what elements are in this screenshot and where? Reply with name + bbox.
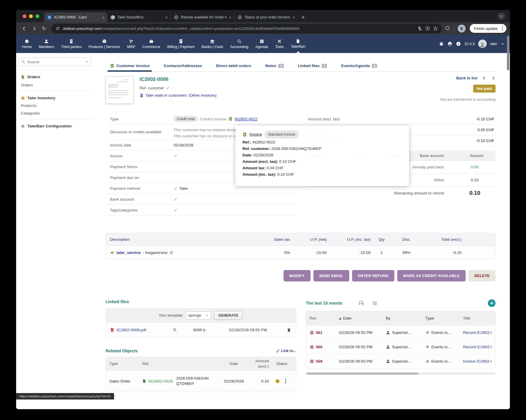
browser-tab-taler-backoffice[interactable]: Taler Backoffice: × (107, 12, 171, 22)
browser-menu-icon[interactable] (500, 26, 505, 30)
window-scrollbar-thumb[interactable] (507, 36, 509, 70)
sidebar-item-categories[interactable]: Categories (18, 111, 91, 115)
corrected-invoice-link[interactable]: IN2602-0022 (235, 117, 257, 121)
menu-billing-payment[interactable]: Billing | Payment (164, 35, 198, 53)
menu-talerbarr[interactable]: TalerBarr (287, 35, 309, 53)
event-user[interactable]: SuperAd... (392, 345, 411, 349)
info-icon[interactable] (169, 251, 173, 255)
event-user[interactable]: SuperAd... (392, 330, 411, 335)
new-tab-button[interactable]: + (301, 14, 305, 21)
menu-agenda[interactable]: Agenda (252, 35, 272, 53)
close-tab-icon[interactable]: × (229, 15, 231, 20)
list-view-icon[interactable] (372, 301, 378, 306)
event-ref-link[interactable]: 561 (316, 330, 323, 335)
maximize-window-button[interactable] (35, 14, 39, 18)
back-to-list-link[interactable]: Back to list (456, 76, 477, 80)
forward-button[interactable] (30, 24, 38, 33)
row-menu-icon[interactable] (284, 379, 288, 383)
bug-report-icon[interactable] (439, 41, 444, 46)
trash-icon[interactable] (287, 328, 291, 332)
tab-events-agenda[interactable]: Events/Agenda3 (341, 61, 377, 71)
next-record-icon[interactable] (491, 76, 496, 80)
column-header[interactable]: Ref. (310, 316, 339, 320)
tab-customer-invoice[interactable]: Customer invoice (110, 61, 150, 71)
sidebar-section-taler-inventory[interactable]: Taler Inventory (18, 96, 91, 100)
close-tab-icon[interactable]: × (292, 15, 295, 20)
address-bar[interactable]: dolibarr.potuzhnyi.com/compta/facture/ca… (51, 24, 442, 33)
product-link[interactable]: taler_service (116, 250, 141, 255)
chevron-down-icon[interactable] (85, 60, 89, 64)
site-settings-icon[interactable] (55, 26, 60, 31)
menu-banks-cash[interactable]: Banks | Cash (198, 35, 227, 53)
pencil-icon[interactable] (174, 187, 177, 190)
finish-update-button[interactable]: Finish update (470, 24, 506, 33)
invoice-pdf-thumbnail[interactable] (106, 76, 133, 104)
sidebar-section-orders[interactable]: Orders (18, 75, 91, 79)
bookmark-star-icon[interactable] (433, 26, 438, 31)
tab-direct-debit-orders[interactable]: Direct debit orders (216, 61, 251, 71)
column-header[interactable]: Title (463, 316, 492, 320)
column-header[interactable]: By (386, 316, 425, 320)
event-title-link[interactable]: Record IC2602-0006 modifie (463, 345, 492, 349)
add-event-button[interactable]: + (488, 299, 496, 307)
events-horizontal-scrollbar[interactable] (306, 372, 496, 375)
close-tab-icon[interactable]: × (102, 15, 104, 20)
browser-tab-refund-available[interactable]: Refund available for Order to × (171, 12, 234, 22)
event-ref-link[interactable]: 559 (316, 359, 323, 363)
chat-icon[interactable] (358, 300, 364, 306)
pencil-icon[interactable] (174, 154, 177, 158)
tooltip-invoice-link[interactable]: Invoice (250, 131, 262, 138)
mic-off-icon[interactable] (417, 26, 422, 31)
tab-contacts-addresses[interactable]: Contacts/Addresses (164, 61, 202, 71)
extensions-puzzle-icon[interactable] (445, 26, 450, 31)
chevron-down-icon[interactable] (501, 42, 505, 46)
print-icon[interactable] (447, 41, 452, 46)
event-title-link[interactable]: Invoice IC2602-0006 validate (463, 359, 492, 363)
tab-search-button[interactable] (498, 12, 505, 20)
send-email-button[interactable]: SEND EMAIL (313, 270, 349, 281)
file-name-link[interactable]: IC2602-0006.pdf (117, 328, 146, 332)
mark-credit-available-button[interactable]: MARK AS CREDIT AVAILABLE (397, 270, 466, 281)
menu-accounting[interactable]: Accounting (227, 35, 252, 53)
profile-avatar[interactable]: B (458, 25, 466, 33)
sales-order-link[interactable]: SO2602-0026 (148, 379, 173, 383)
link-to-link[interactable]: Link to... (276, 349, 296, 353)
menu-tools[interactable]: Tools (272, 35, 287, 53)
menu-members[interactable]: Members (35, 35, 57, 53)
sidebar-section-talerbarr-config[interactable]: TalerBarr Configuration (18, 124, 91, 128)
other-invoices-link[interactable]: (Other invoices) (189, 93, 216, 98)
user-avatar[interactable] (478, 40, 487, 48)
minimize-window-button[interactable] (29, 14, 33, 18)
menu-products-services[interactable]: Products | Services (85, 35, 123, 53)
sidebar-item-orders[interactable]: Orders (18, 83, 91, 87)
back-button[interactable] (20, 24, 28, 33)
previous-record-icon[interactable] (482, 76, 486, 80)
pencil-icon[interactable] (166, 86, 170, 90)
enter-refund-button[interactable]: ENTER REFUND (352, 270, 394, 281)
close-window-button[interactable] (23, 14, 26, 18)
generate-button[interactable]: GENERATE (214, 311, 242, 320)
search-input[interactable] (27, 60, 83, 64)
menu-home[interactable]: Home (18, 35, 35, 53)
event-ref-link[interactable]: 560 (316, 345, 323, 349)
menu-mrp[interactable]: MRP (123, 35, 139, 53)
menu-commerce[interactable]: Commerce (139, 35, 164, 53)
company-link[interactable]: Taler walk-in customers (145, 93, 187, 98)
reload-button[interactable]: ↻ (40, 24, 48, 33)
scrollbar-thumb[interactable] (306, 373, 418, 375)
event-title-link[interactable]: Record IC2602-0006 modifie (463, 330, 492, 335)
browser-tab-order-status[interactable]: Status of your order forrefund × (235, 12, 298, 22)
browser-tab-dolibarr-card[interactable]: D IC2602-0006 - Card × (44, 12, 107, 22)
doc-template-select[interactable]: sponge (186, 311, 211, 320)
column-header[interactable]: Type (425, 316, 463, 320)
pencil-icon[interactable] (174, 208, 177, 212)
menu-third-parties[interactable]: Third parties (57, 35, 85, 53)
column-header-date[interactable]: Date (339, 316, 386, 320)
sidebar-item-products[interactable]: Products (18, 103, 91, 108)
help-icon[interactable] (456, 41, 461, 46)
sidebar-search[interactable] (18, 57, 91, 66)
tab-notes[interactable]: Notes1 (265, 61, 284, 71)
event-user[interactable]: SuperAd... (392, 359, 411, 363)
user-name[interactable]: taler (490, 42, 497, 46)
modify-button[interactable]: MODIFY (284, 270, 310, 281)
